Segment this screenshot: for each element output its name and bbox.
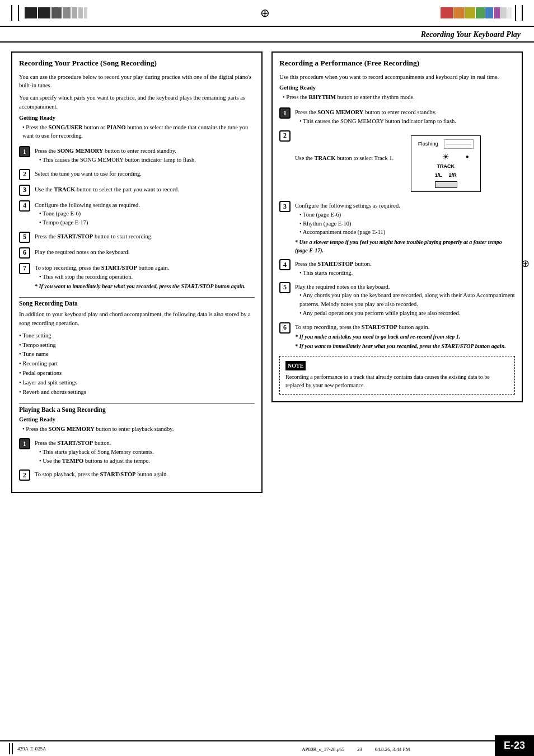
song-data-heading: Song Recording Data bbox=[19, 300, 255, 307]
steps-container: 1 Press the SONG MEMORY button to enter … bbox=[19, 146, 255, 290]
song-data-item-2: Tempo setting bbox=[19, 341, 255, 350]
playback-subsection: Playing Back a Song Recording Getting Re… bbox=[19, 403, 255, 481]
free-step-6-content: To stop recording, press the START/STOP … bbox=[295, 322, 515, 351]
song-data-item-1: Tone setting bbox=[19, 331, 255, 341]
color-lgray bbox=[501, 7, 507, 18]
free-step-3-content: Configure the following settings as requ… bbox=[295, 201, 515, 255]
color-orange bbox=[453, 7, 465, 18]
note-text: Recording a performance to a track that … bbox=[285, 373, 509, 389]
bar-block-1 bbox=[25, 7, 37, 18]
bottom-bar: 429A-E-025A AP80R_e_17-28.p65 23 04.8.26… bbox=[0, 740, 534, 756]
song-data-intro: In addition to your keyboard play and ch… bbox=[19, 310, 255, 328]
left-column: Recording Your Practice (Song Recording)… bbox=[11, 51, 263, 500]
footer-left-code: 429A-E-025A bbox=[17, 746, 46, 752]
step-4: 4 Configure the following settings as re… bbox=[19, 200, 255, 227]
playback-steps: 1 Press the START/STOP button. • This st… bbox=[19, 438, 255, 481]
intro-text-1: You can use the procedure below to recor… bbox=[19, 73, 255, 91]
track-slot-labels: 1/L 2/R bbox=[435, 172, 457, 180]
bar-block-5 bbox=[72, 7, 77, 18]
bar-line-1 bbox=[11, 5, 12, 21]
bar-line-r2 bbox=[522, 5, 523, 21]
step-num-3: 3 bbox=[19, 185, 30, 196]
free-step-num-4: 4 bbox=[279, 259, 291, 270]
playback-step-1-content: Press the START/STOP button. • This star… bbox=[35, 438, 255, 465]
track-button-area bbox=[435, 181, 474, 188]
note-title: NOTE bbox=[285, 361, 306, 370]
v-line-1 bbox=[9, 743, 10, 754]
page-number: E-23 bbox=[504, 740, 525, 751]
song-data-subsection: Song Recording Data In addition to your … bbox=[19, 297, 255, 397]
step-2: 2 Select the tune you want to use for re… bbox=[19, 169, 255, 180]
song-data-item-6: Layer and split settings bbox=[19, 378, 255, 388]
playback-step-2-content: To stop playback, press the START/STOP b… bbox=[35, 469, 255, 479]
footer-date: 04.8.26, 3:44 PM bbox=[375, 746, 410, 752]
step-1-content: Press the SONG MEMORY button to enter re… bbox=[35, 146, 255, 165]
step-3-content: Use the TRACK button to select the part … bbox=[35, 185, 255, 194]
free-step-4: 4 Press the START/STOP button. • This st… bbox=[279, 259, 515, 278]
compass-right: ⊕ bbox=[521, 257, 530, 270]
color-green bbox=[476, 7, 485, 18]
playback-step-1: 1 Press the START/STOP button. • This st… bbox=[19, 438, 255, 465]
bar-block-7 bbox=[84, 7, 87, 18]
track-2r: 2/R bbox=[449, 172, 457, 180]
playback-getting-ready-item: • Press the SONG MEMORY button to enter … bbox=[22, 425, 255, 434]
intro-text-2: You can specify which parts you want to … bbox=[19, 93, 255, 111]
free-step-num-5: 5 bbox=[279, 282, 291, 293]
free-step-1-content: Press the SONG MEMORY button to enter re… bbox=[295, 107, 515, 126]
free-step-6: 6 To stop recording, press the START/STO… bbox=[279, 322, 515, 351]
free-step-num-3: 3 bbox=[279, 201, 291, 212]
compass-icon: ⊕ bbox=[260, 7, 270, 19]
playback-step-num-1: 1 bbox=[19, 438, 30, 449]
color-blue bbox=[485, 7, 493, 18]
song-data-item-3: Tune name bbox=[19, 350, 255, 359]
step-num-4: 4 bbox=[19, 200, 30, 212]
free-steps-container: 1 Press the SONG MEMORY button to enter … bbox=[279, 107, 515, 350]
page-title: Recording Your Keyboard Play bbox=[421, 30, 521, 39]
note-box: NOTE Recording a performance to a track … bbox=[279, 356, 515, 395]
footer-file: AP80R_e_17-28.p65 bbox=[302, 746, 344, 752]
step-num-6: 6 bbox=[19, 247, 30, 259]
bar-line-2 bbox=[18, 5, 19, 21]
playback-heading: Playing Back a Song Recording bbox=[19, 406, 255, 413]
flashing-label: Flashing bbox=[418, 140, 438, 148]
step-4-content: Configure the following settings as requ… bbox=[35, 200, 255, 227]
step-1: 1 Press the SONG MEMORY button to enter … bbox=[19, 146, 255, 165]
getting-ready-item: • Press the SONG/USER button or PIANO bu… bbox=[22, 123, 255, 141]
step-5: 5 Press the START/STOP button to start r… bbox=[19, 232, 255, 243]
right-column: Recording a Performance (Free Recording)… bbox=[271, 51, 523, 500]
step-7: 7 To stop recording, press the START/STO… bbox=[19, 263, 255, 291]
step-num-7: 7 bbox=[19, 263, 30, 274]
bar-line-r1 bbox=[515, 5, 516, 21]
free-step-2: 2 Use the TRACK button to select Track 1… bbox=[279, 130, 515, 197]
bottom-left-lines bbox=[9, 743, 13, 754]
page-number-box: E-23 bbox=[495, 735, 534, 756]
step-num-2: 2 bbox=[19, 169, 30, 180]
free-getting-ready-label: Getting Ready bbox=[279, 84, 515, 91]
color-white bbox=[507, 7, 512, 18]
free-step-4-content: Press the START/STOP button. • This star… bbox=[295, 259, 515, 278]
color-purple bbox=[494, 7, 500, 18]
free-step-num-1: 1 bbox=[279, 107, 291, 119]
song-data-item-4: Recording part bbox=[19, 359, 255, 369]
track-label: TRACK bbox=[435, 163, 457, 171]
main-content: Recording Your Practice (Song Recording)… bbox=[0, 43, 534, 509]
step-2-content: Select the tune you want to use for reco… bbox=[35, 169, 255, 179]
free-getting-ready-item: • Press the RHYTHM button to enter the r… bbox=[283, 93, 515, 102]
footer-page-num: 23 bbox=[357, 746, 362, 752]
step-num-5: 5 bbox=[19, 232, 30, 243]
page-title-bar: Recording Your Keyboard Play bbox=[0, 27, 534, 43]
step-5-content: Press the START/STOP button to start rec… bbox=[35, 232, 255, 241]
track-diagram: Flashing ————— ☀ TRACK 1/L 2/R bbox=[411, 135, 481, 192]
footer-code: 429A-E-025A bbox=[13, 746, 186, 752]
bar-block-3 bbox=[51, 7, 62, 18]
song-data-list: Tone setting Tempo setting Tune name Rec… bbox=[19, 331, 255, 397]
compass-symbol: ⊕ bbox=[90, 6, 441, 20]
top-bar-left bbox=[9, 5, 90, 21]
playback-getting-ready-label: Getting Ready bbox=[19, 416, 255, 422]
track-dash: ————— bbox=[444, 139, 474, 149]
bar-block-4 bbox=[63, 7, 71, 18]
color-red bbox=[441, 7, 453, 18]
getting-ready-label: Getting Ready bbox=[19, 115, 255, 121]
step-3: 3 Use the TRACK button to select the par… bbox=[19, 185, 255, 196]
top-bar-right bbox=[441, 5, 525, 21]
